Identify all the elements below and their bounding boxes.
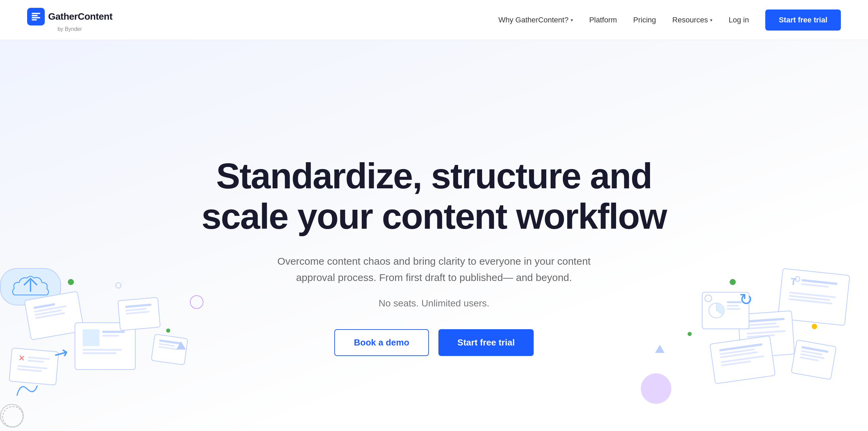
svg-rect-38: [727, 301, 742, 303]
svg-rect-47: [720, 351, 758, 358]
hero-subtitle: Overcome content chaos and bring clarity…: [264, 253, 604, 286]
svg-rect-22: [159, 339, 182, 345]
svg-rect-18: [17, 368, 42, 372]
deco-card: [702, 292, 749, 329]
svg-rect-31: [789, 298, 833, 304]
svg-rect-5: [34, 305, 66, 312]
svg-rect-9: [102, 331, 125, 333]
deco-card: [9, 348, 59, 386]
deco-refresh-icon: ↻: [739, 290, 753, 309]
deco-circle: [115, 282, 121, 288]
svg-rect-39: [727, 305, 739, 307]
deco-card: [117, 297, 160, 331]
deco-dot-green: [730, 279, 736, 285]
svg-rect-23: [159, 343, 175, 347]
svg-rect-29: [789, 292, 836, 298]
nav-item-platform[interactable]: Platform: [589, 16, 617, 24]
deco-dot-yellow: [812, 324, 817, 329]
svg-line-13: [20, 356, 24, 360]
svg-rect-12: [83, 352, 116, 354]
svg-rect-30: [789, 295, 830, 301]
svg-rect-0: [32, 13, 40, 14]
svg-rect-36: [747, 334, 775, 338]
svg-rect-32: [746, 318, 785, 322]
svg-rect-28: [801, 283, 829, 287]
svg-rect-46: [720, 349, 755, 355]
svg-rect-34: [746, 325, 780, 330]
logo-icon: [27, 8, 45, 25]
svg-rect-40: [727, 308, 740, 310]
hero-buttons: Book a demo Start free trial: [197, 329, 671, 356]
svg-rect-35: [747, 330, 785, 335]
deco-circle: [705, 295, 712, 302]
svg-rect-24: [158, 346, 177, 350]
deco-arrow: ↗: [50, 341, 72, 365]
deco-card: T: [777, 268, 850, 326]
svg-line-14: [20, 356, 24, 360]
svg-rect-20: [125, 308, 146, 311]
svg-rect-16: [27, 360, 44, 363]
deco-card: [710, 335, 776, 384]
deco-dot-green: [68, 279, 74, 285]
deco-card: [791, 339, 837, 380]
svg-point-37: [709, 303, 724, 318]
nav-item-pricing[interactable]: Pricing: [633, 16, 656, 24]
svg-text:T: T: [790, 276, 797, 287]
svg-rect-41: [802, 346, 829, 353]
nav-item-resources[interactable]: Resources ▾: [672, 16, 712, 24]
svg-rect-11: [83, 349, 122, 351]
deco-dot-green: [166, 329, 170, 333]
svg-rect-1: [32, 15, 38, 16]
svg-rect-33: [746, 322, 777, 326]
nav-item-why[interactable]: Why GatherContent? ▾: [498, 16, 573, 24]
deco-cloud: [0, 268, 61, 305]
book-demo-button[interactable]: Book a demo: [334, 329, 429, 356]
svg-rect-42: [801, 350, 823, 356]
svg-rect-45: [719, 343, 763, 351]
start-trial-button[interactable]: Start free trial: [438, 329, 534, 356]
deco-card: [75, 322, 136, 370]
deco-card: [151, 334, 188, 365]
hero-title: Standardize, structure and scale your co…: [197, 156, 671, 236]
deco-purple-blob: [641, 373, 671, 404]
chevron-down-icon: ▾: [710, 17, 712, 23]
svg-rect-4: [34, 303, 55, 309]
svg-rect-8: [83, 329, 100, 346]
svg-rect-10: [102, 335, 119, 337]
deco-card: [24, 291, 84, 340]
svg-rect-27: [802, 279, 837, 285]
hero-section: Standardize, structure and scale your co…: [0, 40, 868, 431]
brand-name: GatherContent: [48, 11, 113, 22]
nav-cta-button[interactable]: Start free trial: [765, 10, 841, 31]
deco-card: [738, 311, 795, 358]
svg-rect-43: [800, 353, 825, 359]
chevron-down-icon: ▾: [571, 17, 573, 23]
hero-tagline: No seats. Unlimited users.: [197, 298, 671, 309]
nav-login[interactable]: Log in: [729, 16, 749, 24]
brand-byline: by Bynder: [58, 26, 82, 32]
svg-rect-48: [721, 355, 764, 363]
deco-coil: [0, 404, 24, 428]
nav-links: Why GatherContent? ▾ Platform Pricing Re…: [498, 10, 841, 31]
navbar: GatherContent by Bynder Why GatherConten…: [0, 0, 868, 40]
svg-rect-44: [800, 356, 819, 361]
deco-swirl: [14, 379, 41, 404]
svg-rect-49: [721, 360, 751, 366]
svg-rect-3: [32, 19, 37, 20]
svg-rect-17: [18, 365, 47, 369]
svg-rect-15: [28, 356, 50, 360]
deco-dot-green: [688, 332, 692, 336]
deco-triangle: [176, 341, 186, 350]
deco-circle: [795, 276, 800, 282]
svg-rect-6: [35, 310, 62, 316]
svg-point-25: [3, 407, 23, 427]
svg-rect-21: [126, 311, 150, 315]
logo[interactable]: GatherContent by Bynder: [27, 8, 113, 32]
svg-rect-7: [35, 312, 65, 319]
svg-rect-2: [32, 17, 40, 18]
svg-rect-19: [125, 303, 152, 308]
